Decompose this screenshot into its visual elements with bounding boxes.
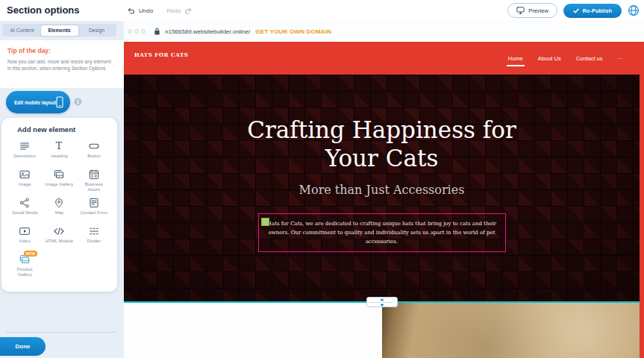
get-domain-link[interactable]: GET YOUR OWN DOMAIN	[255, 28, 331, 35]
element-item-html-module[interactable]: HTML Module	[42, 224, 76, 244]
site-url[interactable]: n1566589.websitebuilder.online/	[165, 28, 250, 35]
browser-dot-icon	[141, 29, 146, 34]
element-item-image-gallery[interactable]: Image Gallery	[42, 168, 76, 187]
browser-bar: n1566589.websitebuilder.online/ GET YOUR…	[124, 21, 644, 42]
browser-dot-icon	[134, 29, 139, 34]
topbar-actions: Preview Re-Publish	[507, 0, 640, 21]
element-item-image[interactable]: Image	[7, 168, 42, 187]
element-item-heading[interactable]: T Heading	[42, 139, 76, 159]
contact-form-icon	[88, 196, 100, 210]
element-item-contact-form[interactable]: Contact Form	[77, 196, 111, 216]
hero-section: Crafting Happiness for Your Cats More th…	[124, 75, 640, 303]
site-preview: HATS FOR CATS Home About Us Contact us ·…	[124, 42, 640, 358]
hero-heading[interactable]: Crafting Happiness for Your Cats	[244, 116, 520, 173]
button-icon	[88, 139, 100, 153]
map-icon	[53, 196, 65, 210]
top-bar: Section options Undo Redo Preview	[0, 0, 644, 21]
redo-icon[interactable]	[184, 7, 193, 15]
site-right-strip	[640, 42, 644, 358]
image-icon	[19, 168, 31, 181]
element-drag-handle[interactable]	[261, 218, 269, 226]
element-item-social-media[interactable]: Social Media	[7, 196, 42, 216]
hero-subheading[interactable]: More than Just Accessories	[299, 183, 465, 197]
tab-elements[interactable]: Elements	[41, 25, 78, 36]
business-hours-icon	[88, 168, 100, 181]
sidebar-tabs: AI Content Elements Design	[2, 24, 116, 37]
monitor-icon	[516, 7, 525, 14]
svg-text:i: i	[77, 98, 79, 105]
info-icon[interactable]: i	[74, 98, 82, 106]
html-module-icon	[53, 224, 65, 238]
video-icon	[19, 224, 31, 238]
nav-item-contact-us[interactable]: Contact us	[576, 55, 603, 62]
cat-paw-photo	[382, 303, 640, 358]
lock-icon	[153, 27, 161, 36]
tip-body: Now you can add, move and resize any ele…	[7, 58, 113, 72]
sidebar: AI Content Elements Design Tip of the da…	[0, 21, 124, 358]
edit-mobile-layout-label: Edit mobile layout	[14, 100, 56, 105]
element-grid: Description T Heading Button	[7, 139, 111, 281]
smartphone-icon	[56, 96, 63, 108]
history-controls: Undo Redo	[127, 0, 193, 21]
element-item-video[interactable]: Video	[7, 224, 42, 244]
new-badge: NEW	[24, 251, 38, 257]
republish-button[interactable]: Re-Publish	[563, 4, 622, 18]
element-item-business-hours[interactable]: Business Hours	[77, 168, 111, 192]
divider-icon	[88, 224, 100, 238]
site-nav: Home About Us Contact us ···	[508, 42, 623, 75]
next-section-background	[124, 303, 382, 358]
nav-more-icon[interactable]: ···	[618, 55, 624, 62]
preview-button[interactable]: Preview	[507, 3, 557, 18]
page-title: Section options	[7, 4, 80, 16]
tip-title: Tip of the day:	[7, 47, 116, 54]
sidebar-divider	[6, 332, 116, 333]
svg-text:T: T	[56, 140, 63, 151]
check-icon	[573, 8, 579, 13]
description-icon	[19, 139, 31, 153]
tab-design[interactable]: Design	[78, 25, 116, 36]
element-item-description[interactable]: Description	[7, 139, 42, 159]
tab-ai-content[interactable]: AI Content	[4, 25, 41, 36]
social-media-icon	[19, 196, 31, 210]
edit-mobile-layout-button[interactable]: Edit mobile layout	[6, 91, 70, 113]
add-element-title: Add new element	[7, 125, 111, 134]
republish-label: Re-Publish	[583, 7, 612, 14]
add-element-panel: Add new element Description T Heading	[1, 118, 117, 292]
heading-icon: T	[53, 139, 65, 153]
browser-dot-icon	[128, 29, 132, 34]
tip-of-the-day-panel: Tip of the day: Now you can add, move an…	[0, 40, 124, 88]
nav-item-about-us[interactable]: About Us	[538, 55, 561, 62]
site-logo[interactable]: HATS FOR CATS	[134, 51, 188, 58]
element-item-map[interactable]: Map	[42, 196, 76, 216]
undo-button[interactable]: Undo	[139, 7, 153, 14]
nav-item-home[interactable]: Home	[508, 55, 523, 62]
hero-paragraph-selected[interactable]: Hats for Cats, we are dedicated to craft…	[258, 213, 506, 253]
next-section	[124, 303, 640, 358]
preview-label: Preview	[528, 7, 548, 14]
redo-button[interactable]: Redo	[166, 7, 181, 14]
main-area: n1566589.websitebuilder.online/ GET YOUR…	[124, 21, 644, 358]
element-item-button[interactable]: Button	[77, 139, 111, 159]
element-item-divider[interactable]: Divider	[77, 224, 111, 244]
element-item-product-gallery[interactable]: NEW Product Gallery	[7, 253, 42, 277]
section-resize-handle[interactable]	[366, 297, 398, 307]
language-globe-icon[interactable]	[628, 4, 640, 16]
done-button[interactable]: Done	[0, 337, 46, 356]
image-gallery-icon	[53, 168, 65, 181]
site-header: HATS FOR CATS Home About Us Contact us ·…	[124, 42, 640, 75]
app-window: Section options Undo Redo Preview	[0, 0, 644, 358]
undo-icon[interactable]	[127, 7, 135, 15]
hero-paragraph-text: Hats for Cats, we are dedicated to craft…	[267, 221, 496, 245]
